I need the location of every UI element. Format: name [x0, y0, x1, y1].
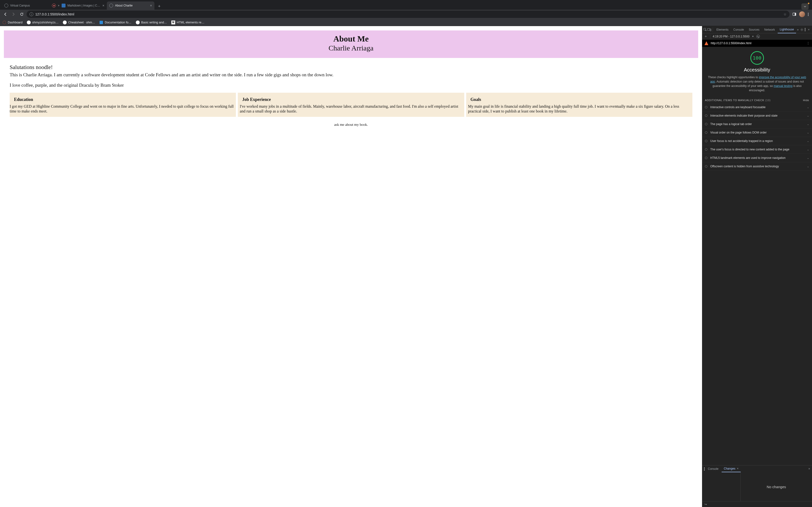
status-dot-icon	[705, 106, 707, 108]
manual-checks-header[interactable]: ADDITIONAL ITEMS TO MANUALLY CHECK (10) …	[702, 96, 812, 103]
devtools-panel: Elements Console Sources Network Lightho…	[702, 26, 812, 507]
search-tabs-button[interactable]	[801, 3, 809, 10]
forward-button[interactable]	[10, 11, 17, 18]
close-icon[interactable]: ×	[150, 4, 152, 7]
manual-testing-link[interactable]: manual testing	[773, 84, 793, 88]
status-dot-icon	[705, 157, 707, 159]
bookmark-item[interactable]: Basic writing and…	[136, 20, 167, 24]
hide-button[interactable]: Hide	[803, 99, 809, 102]
audit-title: Offscreen content is hidden from assisti…	[710, 165, 804, 168]
reload-button[interactable]	[18, 11, 25, 18]
svg-point-5	[801, 29, 802, 30]
close-icon[interactable]: ×	[102, 4, 104, 7]
audit-item[interactable]: Offscreen content is hidden from assisti…	[702, 162, 812, 171]
status-dot-icon	[705, 140, 707, 142]
settings-gear-icon[interactable]	[800, 27, 804, 32]
github-icon	[27, 20, 31, 24]
page-banner: About Me Charlie Arriaga	[4, 31, 698, 58]
inspect-element-icon[interactable]	[704, 27, 707, 32]
card-title: Education	[12, 95, 234, 104]
changes-sidebar[interactable]	[702, 472, 741, 501]
close-devtools-button[interactable]: ×	[807, 28, 811, 32]
chevron-down-icon: ⌄	[807, 157, 809, 160]
bookmark-item[interactable]: Dashboard	[2, 20, 22, 24]
drawer-tab-label: Changes	[724, 467, 735, 470]
chevron-down-icon: ⌄	[807, 114, 809, 117]
bookmark-star-icon[interactable]: ☆	[783, 12, 786, 16]
report-timestamp[interactable]: 4:19:20 PM - 127.0.0.1:5500	[713, 35, 749, 38]
bookmark-item[interactable]: ohmyzsh/ohmyzs…	[27, 20, 58, 24]
document-icon	[62, 4, 65, 7]
status-dot-icon	[705, 131, 707, 134]
bookmark-label: Cheatsheet · ohm…	[68, 21, 95, 24]
browser-tab-active[interactable]: About Charlie ×	[107, 1, 154, 10]
side-panel-button[interactable]	[791, 11, 798, 18]
audit-item[interactable]: Interactive controls are keyboard focusa…	[702, 103, 812, 112]
site-info-icon[interactable]: i	[30, 12, 33, 16]
clear-icon[interactable]	[756, 35, 760, 38]
undo-icon[interactable]: ↩	[704, 503, 707, 506]
drawer-tabs: Console Changes × ×	[702, 465, 812, 472]
mdn-icon: M	[171, 20, 175, 24]
browser-tab[interactable]: Virtual Campus	[2, 1, 50, 10]
header-label: ADDITIONAL ITEMS TO MANUALLY CHECK	[705, 99, 764, 102]
devtools-tab-console[interactable]: Console	[731, 26, 746, 33]
audit-item[interactable]: Visual order on the page follows DOM ord…	[702, 128, 812, 137]
profile-avatar[interactable]	[799, 11, 805, 17]
audit-title: Interactive elements indicate their purp…	[710, 114, 804, 117]
new-report-button[interactable]: ＋	[704, 34, 708, 39]
card-education: Education I got my GED at Highline Commu…	[10, 93, 236, 117]
audit-title: Visual order on the page follows DOM ord…	[710, 131, 804, 134]
audit-item[interactable]: The page has a logical tab order⌄	[702, 120, 812, 128]
drawer-tab-changes[interactable]: Changes ×	[722, 465, 741, 472]
url-text: 127.0.0.1:5500/index.html	[35, 12, 781, 16]
intro-text: This is Charlie Arriaga. I am currently …	[10, 72, 692, 78]
page-viewport[interactable]: About Me Charlie Arriaga Salutations noo…	[0, 26, 702, 507]
tab-title: Virtual Campus	[10, 4, 47, 7]
card-body: I got my GED at Highline Community Colle…	[10, 104, 234, 113]
status-dot-icon	[705, 165, 707, 168]
drawer-menu-icon[interactable]	[704, 467, 705, 470]
devtools-tabs: Elements Console Sources Network Lightho…	[702, 26, 812, 33]
devtools-menu-icon[interactable]	[804, 27, 806, 32]
close-icon[interactable]: ×	[737, 467, 739, 470]
devtools-tab-network[interactable]: Network	[762, 26, 777, 33]
bookmark-item[interactable]: Documentation fo…	[99, 20, 131, 24]
chevron-down-icon	[804, 5, 806, 8]
chevron-down-icon: ⌄	[807, 139, 809, 143]
audit-item[interactable]: Interactive elements indicate their purp…	[702, 112, 812, 120]
update-indicator-icon	[808, 3, 809, 4]
record-icon	[52, 4, 56, 7]
vscode-icon	[100, 21, 103, 24]
chevron-down-icon: ⌄	[807, 106, 809, 109]
dropdown-caret-icon[interactable]: ▼	[752, 35, 754, 38]
audit-title: The page has a logical tab order	[710, 122, 804, 126]
banner-title: About Me	[6, 34, 696, 44]
audit-title: The user's focus is directed to new cont…	[710, 148, 804, 151]
devtools-tab-elements[interactable]: Elements	[714, 26, 730, 33]
audit-item[interactable]: HTML5 landmark elements are used to impr…	[702, 154, 812, 162]
audit-title: HTML5 landmark elements are used to impr…	[710, 156, 804, 160]
report-menu-icon[interactable]: ⋮	[807, 42, 810, 45]
audit-item[interactable]: User focus is not accidentally trapped i…	[702, 137, 812, 145]
address-bar[interactable]: i 127.0.0.1:5500/index.html ☆	[27, 11, 790, 18]
audit-item[interactable]: The user's focus is directed to new cont…	[702, 145, 812, 154]
more-tabs-icon[interactable]: »	[797, 27, 799, 32]
card-title: Goals	[468, 95, 691, 104]
browser-tab[interactable]: Markdown | Images | Codeca ×	[59, 1, 107, 10]
browser-tab[interactable]: ×	[50, 1, 59, 10]
browser-tab-strip: Virtual Campus × Markdown | Images | Cod…	[0, 0, 812, 10]
back-button[interactable]	[2, 11, 9, 18]
bookmark-item[interactable]: Cheatsheet · ohm…	[63, 20, 95, 24]
status-dot-icon	[705, 148, 707, 151]
new-tab-button[interactable]: +	[156, 3, 163, 10]
devtools-tab-sources[interactable]: Sources	[747, 26, 762, 33]
device-toggle-icon[interactable]	[707, 27, 711, 32]
close-drawer-button[interactable]: ×	[808, 467, 810, 470]
browser-menu-button[interactable]	[806, 13, 810, 16]
drawer-tab-console[interactable]: Console	[706, 465, 721, 472]
card-job-experience: Job Experience I've worked many jobs in …	[238, 93, 464, 117]
devtools-tab-lighthouse[interactable]: Lighthouse	[778, 26, 796, 33]
bookmark-item[interactable]: MHTML elements re…	[171, 20, 204, 24]
svg-rect-3	[708, 29, 710, 31]
